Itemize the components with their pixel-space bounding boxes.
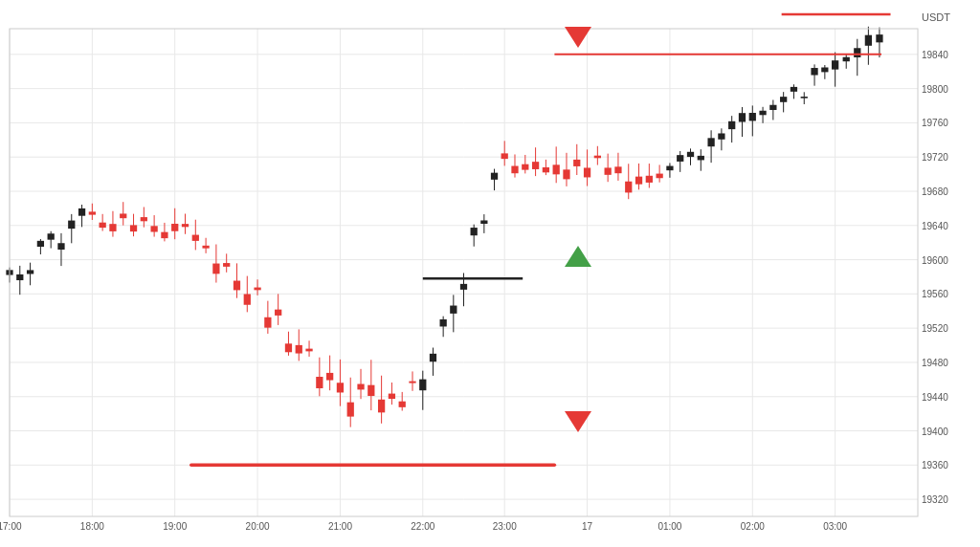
chart-container xyxy=(0,0,980,547)
